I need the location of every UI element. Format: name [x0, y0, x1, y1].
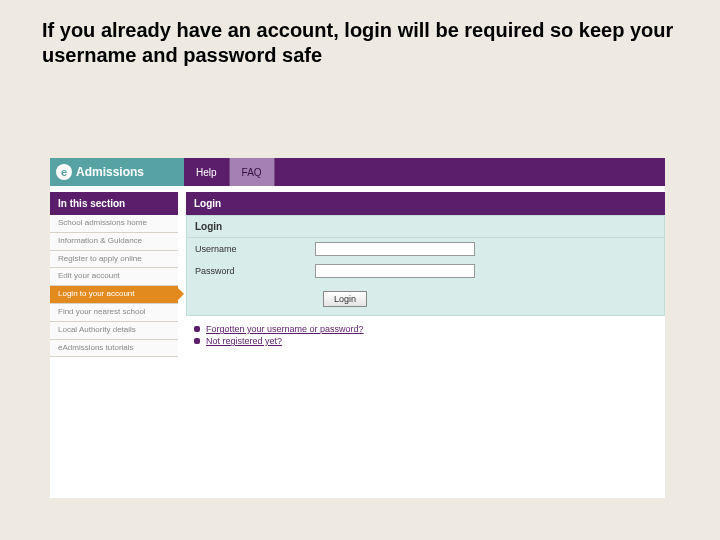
username-row: Username — [187, 238, 664, 260]
bullet-icon — [194, 338, 200, 344]
link-not-registered[interactable]: Not registered yet? — [194, 336, 665, 346]
login-panel: Login Username Password Login — [186, 215, 665, 316]
sidebar-item-authority[interactable]: Local Authority details — [50, 322, 178, 340]
password-row: Password — [187, 260, 664, 282]
password-input[interactable] — [315, 264, 475, 278]
brand-icon: e — [56, 164, 72, 180]
username-label: Username — [195, 244, 315, 254]
sidebar-item-register[interactable]: Register to apply online — [50, 251, 178, 269]
sidebar-item-nearest[interactable]: Find your nearest school — [50, 304, 178, 322]
link-text: Forgotten your username or password? — [206, 324, 364, 334]
sidebar-item-login[interactable]: Login to your account — [50, 286, 178, 304]
header-bar: e Admissions Help FAQ — [50, 158, 665, 186]
app-screenshot: e Admissions Help FAQ In this section Sc… — [50, 158, 665, 498]
main-column: Login Login Username Password Login — [186, 192, 665, 357]
instruction-text: If you already have an account, login wi… — [42, 18, 678, 68]
top-nav: Help FAQ — [184, 158, 665, 186]
password-label: Password — [195, 266, 315, 276]
help-links: Forgotten your username or password? Not… — [186, 324, 665, 346]
sidebar-item-edit[interactable]: Edit your account — [50, 268, 178, 286]
sidebar-item-info[interactable]: Information & Guidance — [50, 233, 178, 251]
login-button[interactable]: Login — [323, 291, 367, 307]
brand-block: e Admissions — [50, 158, 184, 186]
tab-help[interactable]: Help — [184, 158, 230, 186]
link-forgotten[interactable]: Forgotten your username or password? — [194, 324, 665, 334]
tab-faq[interactable]: FAQ — [230, 158, 275, 186]
main-title: Login — [186, 192, 665, 215]
username-input[interactable] — [315, 242, 475, 256]
sidebar-heading: In this section — [50, 192, 178, 215]
brand-name: Admissions — [76, 165, 144, 179]
sidebar-item-home[interactable]: School admissions home — [50, 215, 178, 233]
sidebar-item-tutorials[interactable]: eAdmissions tutorials — [50, 340, 178, 358]
bullet-icon — [194, 326, 200, 332]
link-text: Not registered yet? — [206, 336, 282, 346]
panel-heading: Login — [187, 216, 664, 238]
sidebar: In this section School admissions home I… — [50, 192, 178, 357]
